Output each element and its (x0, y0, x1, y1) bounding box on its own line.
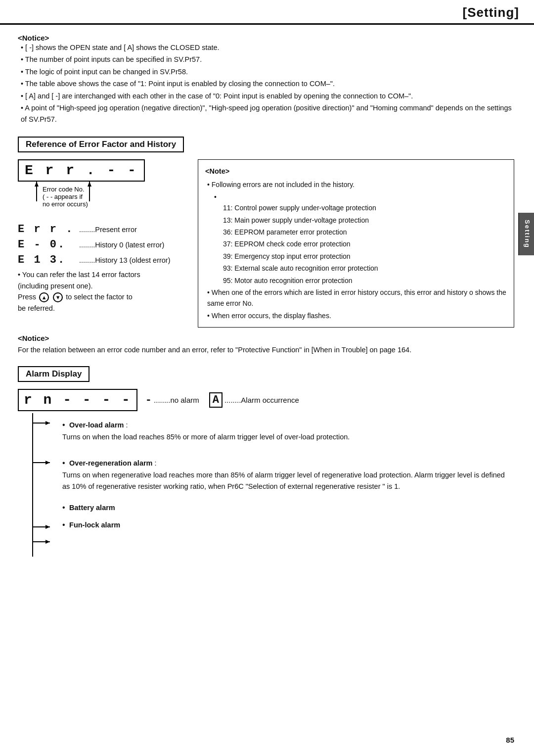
svg-text:( - - appears if: ( - - appears if (43, 193, 83, 200)
notice-text-3b: The table above shows the case of "1: Po… (25, 80, 335, 88)
svg-marker-3 (88, 182, 91, 187)
up-btn[interactable]: ▲ (39, 292, 49, 302)
regen-text: Turns on when regenerative load reaches … (62, 471, 505, 490)
note-box-list: Following errors are not included in the… (205, 179, 507, 321)
lcd-present: E r r . (18, 223, 77, 236)
note-sub-4: 37: EEPROM check code error protection (223, 238, 507, 249)
err-code-text: E r r . - - (25, 163, 138, 178)
note-sub-6: 93: External scale auto recognition erro… (223, 263, 507, 274)
error-display-h0: E - 0. ........History 0 (latest error) (18, 238, 186, 251)
lcd-alarm: r n - - - - (18, 389, 137, 411)
top-notice: <Notice> [ -] shows the OPEN state and [… (18, 34, 514, 125)
legend-no-alarm-text: ........no alarm (154, 396, 199, 404)
alarm-item-battery: • Battery alarm (62, 502, 514, 514)
overload-suffix: : (126, 421, 128, 429)
err-diagram: E r r . - - Error code No. ( - - appears… (18, 159, 186, 216)
legend-no-alarm: - ........no alarm (145, 394, 199, 406)
top-notice-title: <Notice> (18, 34, 514, 42)
alarm-tree-area: • Over-load alarm : Turns on when the lo… (23, 413, 514, 571)
err-arrow-diagram: Error code No. ( - - appears if no error… (18, 182, 176, 216)
top-notice-list: [ -] shows the OPEN state and [ A] shows… (18, 42, 514, 125)
svg-marker-11 (45, 461, 50, 465)
note-item-sub: 11: Control power supply under-voltage p… (207, 191, 507, 286)
lcd-h13: E 1 3. (18, 254, 77, 266)
alarm-display-row: r n - - - - - ........no alarm A .......… (18, 389, 514, 411)
note-sub-5: 39: Emergency stop input error protectio… (223, 251, 507, 262)
battery-title: Battery alarm (69, 504, 115, 512)
svg-marker-9 (45, 421, 50, 425)
page-title: [Setting] (463, 5, 519, 20)
alarm-item-funlock: • Fun-lock alarm (62, 519, 514, 531)
notice-item-1: [ -] shows the OPEN state and [ A] shows… (21, 42, 514, 53)
notice-item-5: A point of "High-speed jog operation (ne… (21, 102, 514, 125)
alarm-item-regen: • Over-regeneration alarm : Turns on whe… (62, 457, 514, 492)
lcd-h0: E - 0. (18, 238, 77, 251)
bullet-overload: • (62, 421, 67, 429)
notice-item-3: The logic of point input can be changed … (21, 66, 514, 77)
alarm-items: • Over-load alarm : Turns on when the lo… (62, 413, 514, 571)
note-sub-3: 36: EEPROM parameter error protection (223, 227, 507, 237)
overload-title: Over-load alarm (69, 421, 124, 429)
page-header: [Setting] (0, 0, 534, 25)
note-item-0: Following errors are not included in the… (207, 179, 507, 190)
funlock-title: Fun-lock alarm (69, 521, 120, 529)
error-display-h13: E 1 3. ........History 13 (oldest error) (18, 254, 186, 266)
note-sub-2: 13: Main power supply under-voltage prot… (223, 215, 507, 226)
middle-notice-text: For the relation between an error code n… (18, 346, 411, 354)
label-h0: ........History 0 (latest error) (79, 241, 164, 249)
legend-alarm: A ........Alarm occurrence (209, 392, 299, 408)
label-present: ........Present error (79, 226, 137, 234)
overload-text: Turns on when the load reaches 85% or mo… (62, 433, 350, 441)
note-sub-7: 95: Motor auto recognition error protect… (223, 275, 507, 286)
error-left: E r r . - - Error code No. ( - - appears… (18, 159, 186, 328)
notice-item-4: [ A] and [ -] are interchanged with each… (21, 91, 514, 101)
bullet-regen: • (62, 459, 67, 467)
down-btn[interactable]: ▼ (53, 292, 63, 302)
alarm-item-overload: • Over-load alarm : Turns on when the lo… (62, 419, 514, 442)
legend-no-alarm-sym: - (145, 394, 152, 406)
error-note-box: <Note> Following errors are not included… (198, 159, 514, 328)
svg-text:no error occurs): no error occurs) (43, 200, 88, 208)
alarm-legend: - ........no alarm A ........Alarm occur… (145, 392, 299, 408)
note-item-8: When one of the errors which are listed … (207, 287, 507, 309)
alarm-heading: Alarm Display (18, 366, 89, 382)
bullet-funlock: • (62, 520, 67, 529)
alarm-bracket-svg (23, 413, 62, 571)
error-section: E r r . - - Error code No. ( - - appears… (18, 159, 514, 328)
middle-notice-title: <Notice> (18, 334, 49, 342)
notice-item-2: The number of point inputs can be specif… (21, 54, 514, 65)
press-note-text: Press (18, 293, 38, 301)
notice-item-3b: The table above shows the case of "1: Po… (21, 78, 514, 89)
middle-notice: <Notice> For the relation between an err… (18, 332, 514, 355)
alarm-section: Alarm Display r n - - - - - ........no a… (18, 363, 514, 571)
svg-text:Error code No.: Error code No. (43, 186, 85, 193)
err-code-box: E r r . - - (18, 159, 145, 182)
side-tab: Setting (518, 213, 534, 255)
label-h13: ........History 13 (oldest error) (79, 256, 171, 264)
error-section-heading: Reference of Error Factor and History (18, 137, 184, 152)
note-sub-1: 11: Control power supply under-voltage p… (223, 202, 507, 213)
note-item-9: When error occurs, the display flashes. (207, 310, 507, 321)
legend-alarm-sym: A (209, 392, 222, 408)
note-box-title: <Note> (205, 166, 507, 177)
note-sublist: 11: Control power supply under-voltage p… (214, 202, 507, 286)
svg-marker-1 (35, 182, 39, 187)
regen-title: Over-regeneration alarm (69, 459, 152, 467)
svg-marker-13 (45, 525, 50, 529)
main-content: <Notice> [ -] shows the OPEN state and [… (0, 25, 534, 580)
regen-suffix: : (155, 459, 157, 467)
legend-alarm-text: ........Alarm occurrence (224, 396, 299, 404)
bullet-battery: • (62, 503, 67, 512)
you-can-refer: • You can refer the last 14 error factor… (18, 269, 186, 314)
svg-marker-15 (45, 540, 50, 544)
error-display-present: E r r . ........Present error (18, 223, 186, 236)
page-number: 85 (506, 736, 514, 744)
